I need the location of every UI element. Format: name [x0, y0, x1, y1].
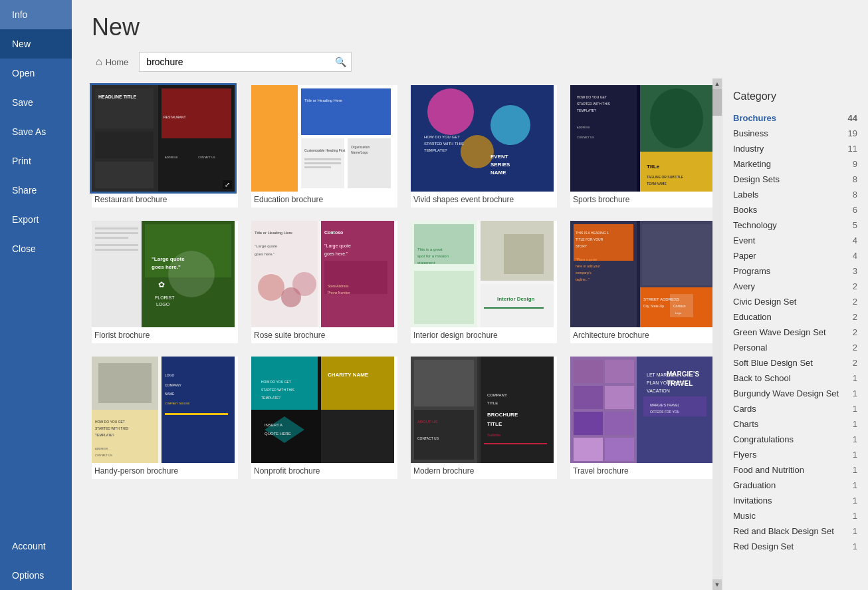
sidebar-item-print[interactable]: Print [0, 146, 72, 176]
sidebar-item-new[interactable]: New [0, 29, 72, 59]
category-item-graduation[interactable]: Graduation 1 [722, 478, 868, 493]
svg-text:TEAM NAME: TEAM NAME [647, 182, 667, 186]
scroll-up-arrow[interactable]: ▲ [712, 78, 722, 89]
search-button[interactable]: 🔍 [331, 54, 350, 70]
sidebar-item-open[interactable]: Open [0, 59, 72, 88]
template-item[interactable]: "Large quote goes here." ✿ FLORIST LOGO [92, 221, 238, 343]
category-name: Event [733, 235, 853, 245]
template-item[interactable]: LET MARGIE PLAN YOUR NEXT VACATION MARGI… [570, 357, 712, 479]
svg-text:STARTED WITH THIS: STARTED WITH THIS [95, 426, 128, 430]
category-item-cards[interactable]: Cards 1 [722, 401, 868, 416]
category-name: Marketing [733, 159, 853, 169]
sidebar-item-export[interactable]: Export [0, 205, 72, 234]
category-item-green-wave[interactable]: Green Wave Design Set 2 [722, 325, 868, 340]
svg-text:CHARITY NAME: CHARITY NAME [328, 372, 369, 378]
template-item[interactable]: This is a great spot for a mission state… [411, 221, 557, 343]
svg-text:MARGIE'S: MARGIE'S [667, 370, 699, 378]
category-item-technology[interactable]: Technology 5 [722, 218, 868, 233]
sidebar-item-save[interactable]: Save [0, 88, 72, 117]
category-item-personal[interactable]: Personal 2 [722, 340, 868, 355]
svg-text:CONTACT US: CONTACT US [198, 156, 215, 159]
svg-rect-58 [95, 237, 128, 239]
category-item-flyers[interactable]: Flyers 1 [722, 447, 868, 462]
category-item-food[interactable]: Food and Nutrition 1 [722, 462, 868, 478]
svg-text:goes here.": goes here." [324, 251, 348, 257]
sidebar-item-saveas[interactable]: Save As [0, 117, 72, 146]
category-item-books[interactable]: Books 6 [722, 202, 868, 218]
category-item-education[interactable]: Education 2 [722, 309, 868, 325]
category-count: 2 [853, 343, 857, 353]
category-name: Charts [733, 419, 853, 429]
svg-rect-154 [574, 412, 603, 435]
template-thumbnail: ABOUT US CONTACT US COMPANY TITLE BROCHU… [411, 357, 554, 463]
template-thumbnail: Title or Heading Here "Large quote goes … [251, 221, 394, 327]
svg-rect-78 [414, 224, 474, 264]
svg-text:STARTED WITH THIS: STARTED WITH THIS [577, 102, 610, 106]
category-item-civic[interactable]: Civic Design Set 2 [722, 294, 868, 309]
category-count: 1 [853, 511, 857, 521]
category-item-brochures[interactable]: Brochures 44 [722, 110, 868, 126]
template-label: Sports brochure [570, 192, 712, 208]
svg-text:statement: statement [417, 261, 435, 265]
category-item-programs[interactable]: Programs 3 [722, 263, 868, 279]
category-item-industry[interactable]: Industry 11 [722, 141, 868, 156]
category-name: Avery [733, 281, 853, 291]
scrollbar[interactable]: ▲ ▼ [712, 78, 722, 590]
template-item[interactable]: HOW DO YOU GET STARTED WITH THIS TEMPLAT… [411, 85, 557, 208]
category-item-paper[interactable]: Paper 4 [722, 248, 868, 263]
category-item-red-black[interactable]: Red and Black Design Set 1 [722, 523, 868, 539]
sidebar-item-share[interactable]: Share [0, 176, 72, 205]
svg-text:TITLE: TITLE [487, 421, 502, 427]
category-item-back-to-school[interactable]: Back to School 1 [722, 370, 868, 386]
category-item-burgundy[interactable]: Burgundy Wave Design Set 1 [722, 386, 868, 401]
svg-text:CONTACT US: CONTACT US [577, 136, 594, 139]
category-item-red-design[interactable]: Red Design Set 1 [722, 539, 868, 554]
category-count: 2 [853, 297, 857, 307]
category-count: 1 [853, 404, 857, 414]
sidebar-item-options[interactable]: Options [0, 561, 72, 590]
template-item[interactable]: Title or Heading Here "Large quote goes … [251, 221, 397, 343]
svg-rect-147 [484, 443, 547, 444]
template-item[interactable]: HOW DO YOU GET STARTED WITH THIS TEMPLAT… [570, 85, 712, 208]
category-name: Business [733, 128, 848, 138]
category-item-event[interactable]: Event 4 [722, 233, 868, 248]
template-item[interactable]: HEADLINE TITLE RESTAURANT ADDRESS CONTAC… [92, 85, 238, 208]
template-item[interactable]: Title or Heading Here Customizable Headi… [251, 85, 397, 208]
category-item-music[interactable]: Music 1 [722, 508, 868, 523]
category-count: 9 [853, 159, 857, 169]
svg-text:ADDRESS: ADDRESS [577, 126, 590, 129]
category-item-avery[interactable]: Avery 2 [722, 279, 868, 294]
category-item-design-sets[interactable]: Design Sets 8 [722, 172, 868, 187]
sidebar-item-close[interactable]: Close [0, 234, 72, 263]
category-item-invitations[interactable]: Invitations 1 [722, 493, 868, 508]
category-item-business[interactable]: Business 19 [722, 126, 868, 141]
category-item-marketing[interactable]: Marketing 9 [722, 156, 868, 172]
svg-text:TItLe: TItLe [647, 164, 660, 170]
svg-text:INSERT A: INSERT A [265, 423, 282, 427]
svg-text:tagline...": tagline..." [576, 277, 590, 281]
scroll-down-arrow[interactable]: ▼ [712, 579, 722, 590]
svg-text:"Place a quote: "Place a quote [576, 257, 597, 261]
home-button[interactable]: ⌂ Home [92, 53, 132, 71]
template-item[interactable]: ABOUT US CONTACT US COMPANY TITLE BROCHU… [411, 357, 557, 479]
category-item-congratulations[interactable]: Congratulations 1 [722, 432, 868, 447]
svg-text:HOW DO YOU GET: HOW DO YOU GET [261, 380, 291, 384]
search-input[interactable] [139, 52, 352, 72]
category-item-labels[interactable]: Labels 8 [722, 187, 868, 202]
svg-text:HOW DO YOU GET: HOW DO YOU GET [424, 135, 460, 139]
category-item-charts[interactable]: Charts 1 [722, 416, 868, 432]
template-thumbnail: HOW DO YOU GET STARTED WITH THIS TEMPLAT… [570, 85, 712, 192]
svg-text:Phone Number: Phone Number [328, 291, 350, 295]
category-item-soft-blue[interactable]: Soft Blue Design Set 2 [722, 355, 868, 370]
svg-text:TEMPLATE?: TEMPLATE? [577, 108, 596, 112]
template-item[interactable]: HOW DO YOU GET STARTED WITH THIS TEMPLAT… [251, 357, 397, 479]
sidebar-item-info[interactable]: Info [0, 0, 72, 29]
category-count: 19 [848, 128, 857, 138]
template-item[interactable]: THIS IS A HEADING 1 TITLE FOR YOUR STORY… [570, 221, 712, 343]
svg-text:"Large quote: "Large quote [255, 244, 278, 248]
sidebar-item-account[interactable]: Account [0, 531, 72, 561]
templates-area: HEADLINE TITLE RESTAURANT ADDRESS CONTAC… [72, 78, 712, 590]
template-item[interactable]: HOW DO YOU GET STARTED WITH THIS TEMPLAT… [92, 357, 238, 479]
svg-text:company's: company's [576, 271, 592, 275]
scroll-thumb[interactable] [712, 89, 722, 116]
